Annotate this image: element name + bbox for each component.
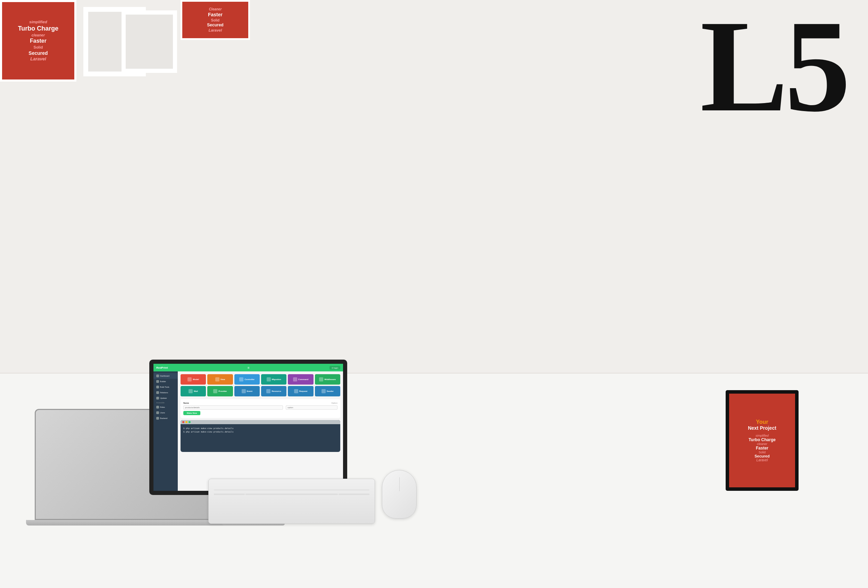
terminal-maximize-dot: [189, 421, 190, 423]
sidebar-accessible-label: Accessible: [154, 401, 178, 404]
l5-heading: L5: [700, 0, 847, 132]
sidebar-item-updater[interactable]: Updater: [154, 395, 178, 401]
option-input[interactable]: [286, 405, 338, 410]
terminal-line-2: $ php artisan make:view products.details: [183, 430, 338, 433]
command-icon: [293, 377, 297, 382]
tool-resource-button[interactable]: Resource: [261, 386, 286, 396]
event-label: Event: [247, 390, 252, 392]
builder-icon: [156, 380, 159, 383]
poster-left-line1: simplified: [18, 19, 59, 24]
sidebar-users-label: Users: [160, 412, 165, 414]
migration-label: Migration: [272, 378, 281, 380]
mail-label: Mail: [194, 390, 198, 392]
app-main-content: Model View Controller Migration: [178, 371, 343, 491]
poster-left: simplified Turbo Charge cleaner Faster S…: [0, 0, 77, 81]
app-interface: RedPrint ≡ ⊙ login Dashboard Builder: [154, 364, 343, 491]
relations-icon: [156, 391, 159, 394]
name-input[interactable]: [183, 405, 283, 410]
tool-request-button[interactable]: Request: [288, 386, 313, 396]
tool-controller-button[interactable]: Controller: [234, 374, 260, 385]
request-icon: [294, 389, 298, 393]
sidebar-item-buildtools[interactable]: Build Tools: [154, 384, 178, 390]
sidebar-item-dashboard[interactable]: Dashboard: [154, 373, 178, 379]
poster-center-line3: Solid: [207, 18, 223, 22]
sidebar-item-builder[interactable]: Builder: [154, 379, 178, 384]
sidebar-dashboard-label: Dashboard: [160, 375, 170, 377]
tool-seeder-button[interactable]: Seeder: [315, 386, 340, 396]
request-label: Request: [299, 390, 308, 392]
tool-event-button[interactable]: Event: [234, 386, 260, 396]
sidebar-buildtools-label: Build Tools: [160, 386, 170, 388]
model-label: Model: [193, 378, 199, 380]
app-sidebar: Dashboard Builder Build Tools Relations: [154, 371, 178, 491]
sidebar-builder-label: Builder: [160, 380, 166, 383]
app-body: Dashboard Builder Build Tools Relations: [154, 371, 343, 491]
terminal-minimize-dot: [185, 421, 187, 423]
mouse: [382, 470, 417, 519]
sidebar-item-backend[interactable]: Backend: [154, 416, 178, 421]
tablet-laravel: Laravel: [757, 458, 768, 462]
poster-left-line7: Laravel: [18, 56, 59, 62]
option-label: Option: [207, 402, 338, 404]
terminal-output: $ php artisan make:view products.details…: [180, 424, 340, 452]
view-label: View: [220, 378, 225, 380]
controller-label: Controller: [244, 378, 254, 380]
tablet-line-simplified: simplified: [756, 434, 769, 437]
poster-center-line4: Secured: [207, 22, 223, 28]
tools-grid: Model View Controller Migration: [180, 374, 340, 396]
sidebar-item-relations[interactable]: Relations: [154, 390, 178, 395]
tool-model-button[interactable]: Model: [180, 374, 206, 385]
poster-center-line2: Faster: [207, 12, 223, 18]
tablet-next-project: Next Project: [748, 425, 776, 431]
provider-icon: [213, 389, 217, 393]
tool-provider-button[interactable]: Provider: [207, 386, 233, 396]
command-label: Command: [298, 378, 308, 380]
make-now-button[interactable]: Make Now: [183, 411, 200, 415]
decorative-frame-2: [121, 10, 177, 73]
keyboard: // small keys visual: [208, 479, 375, 524]
tool-mail-button[interactable]: Mail: [180, 386, 206, 396]
provider-label: Provider: [218, 390, 227, 392]
tablet-turbo-charge: Turbo Charge: [748, 437, 776, 442]
form-row-name: Name Option: [183, 402, 338, 404]
seeder-label: Seeder: [327, 390, 334, 392]
backend-icon: [156, 417, 159, 420]
tool-middleware-button[interactable]: Middleware: [315, 374, 340, 385]
poster-center-line1: Cleaner: [207, 7, 223, 12]
controller-icon: [239, 377, 244, 382]
tablet-solid: Solid: [759, 451, 766, 454]
sidebar-relations-label: Relations: [160, 392, 168, 393]
sidebar-item-users[interactable]: Users: [154, 410, 178, 416]
tablet-cleaner: cleaner: [757, 442, 767, 446]
users-icon: [156, 411, 159, 414]
terminal-titlebar: [180, 420, 340, 424]
poster-left-line3: cleaner: [18, 32, 59, 37]
updater-icon: [156, 397, 159, 399]
tablet-your-text: Your: [756, 419, 768, 425]
app-login-button[interactable]: ⊙ login: [329, 366, 340, 370]
poster-center-line5: Laravel: [207, 28, 223, 32]
buildtools-icon: [156, 386, 159, 388]
sidebar-backend-label: Backend: [160, 417, 167, 419]
tool-migration-button[interactable]: Migration: [261, 374, 286, 385]
monitor-screen: RedPrint ≡ ⊙ login Dashboard Builder: [149, 360, 347, 495]
event-icon: [242, 389, 246, 393]
poster-center: Cleaner Faster Solid Secured Laravel: [180, 0, 250, 40]
middleware-label: Middleware: [324, 378, 336, 380]
terminal-line-1: $ php artisan make:view products.details: [183, 427, 338, 429]
model-icon: [187, 377, 192, 382]
app-header: RedPrint ≡ ⊙ login: [154, 364, 343, 371]
poster-left-line2: Turbo Charge: [18, 25, 59, 32]
tablet-content: Your Next Project simplified Turbo Charg…: [729, 393, 795, 487]
poster-left-line4: Faster: [18, 37, 59, 45]
dashboard-icon: [156, 374, 159, 377]
app-menu-icon[interactable]: ≡: [248, 366, 249, 370]
tool-view-button[interactable]: View: [207, 374, 233, 385]
name-field-label: Name: [183, 402, 204, 404]
seeder-icon: [322, 389, 326, 393]
tool-command-button[interactable]: Command: [288, 374, 313, 385]
sidebar-item-roles[interactable]: Roles: [154, 404, 178, 410]
form-inputs-row: [183, 405, 338, 410]
view-icon: [215, 377, 220, 382]
resource-label: Resource: [272, 390, 281, 392]
